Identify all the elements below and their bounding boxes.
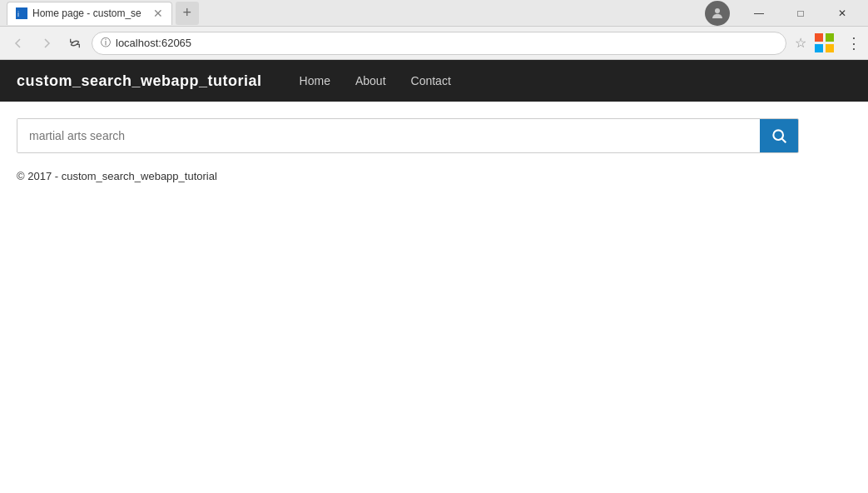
windows-icon-yellow	[826, 44, 834, 52]
windows-icon-red	[815, 33, 823, 42]
tab-favicon: i	[16, 7, 27, 19]
navbar-brand: custom_search_webapp_tutorial	[17, 72, 262, 90]
navbar: custom_search_webapp_tutorial Home About…	[0, 60, 868, 102]
back-button[interactable]	[7, 32, 30, 55]
webpage: custom_search_webapp_tutorial Home About…	[0, 60, 868, 493]
more-options-icon[interactable]: ⋮	[846, 34, 861, 52]
svg-point-2	[715, 8, 720, 13]
main-content: © 2017 - custom_search_webapp_tutorial	[0, 102, 868, 493]
address-input[interactable]	[116, 37, 777, 49]
tab-title: Home page - custom_se	[32, 7, 141, 19]
address-bar: ⓘ ☆ ⋮	[0, 27, 868, 60]
svg-point-3	[773, 130, 783, 140]
nav-link-about[interactable]: About	[343, 60, 399, 102]
svg-text:i: i	[17, 10, 19, 18]
search-button[interactable]	[760, 119, 798, 152]
address-input-wrap: ⓘ	[92, 32, 786, 55]
svg-line-4	[782, 139, 786, 143]
nav-link-contact[interactable]: Contact	[399, 60, 464, 102]
forward-button[interactable]	[35, 32, 58, 55]
title-bar-right: — □ ✕	[705, 0, 861, 27]
navbar-links: Home About Contact	[287, 60, 464, 102]
refresh-button[interactable]	[63, 32, 87, 55]
minimize-button[interactable]: —	[740, 0, 778, 27]
nav-link-home[interactable]: Home	[287, 60, 343, 102]
profile-button[interactable]	[705, 1, 730, 26]
search-input[interactable]	[17, 119, 760, 152]
close-button[interactable]: ✕	[823, 0, 861, 27]
title-bar-left: i Home page - custom_se ✕ +	[7, 2, 199, 25]
bookmark-icon[interactable]: ☆	[795, 35, 806, 51]
tab-close-button[interactable]: ✕	[153, 7, 163, 20]
windows-icon-blue	[815, 44, 823, 52]
new-tab-button[interactable]: +	[176, 2, 199, 25]
browser-frame: i Home page - custom_se ✕ + — □ ✕	[0, 0, 868, 493]
browser-tab[interactable]: i Home page - custom_se ✕	[7, 2, 172, 25]
search-container	[17, 118, 799, 153]
title-bar: i Home page - custom_se ✕ + — □ ✕	[0, 0, 868, 27]
info-icon: ⓘ	[101, 36, 111, 50]
windows-button[interactable]	[815, 33, 835, 53]
search-icon	[771, 127, 787, 144]
windows-icon-green	[826, 33, 834, 42]
maximize-button[interactable]: □	[781, 0, 820, 27]
footer-text: © 2017 - custom_search_webapp_tutorial	[17, 170, 851, 182]
